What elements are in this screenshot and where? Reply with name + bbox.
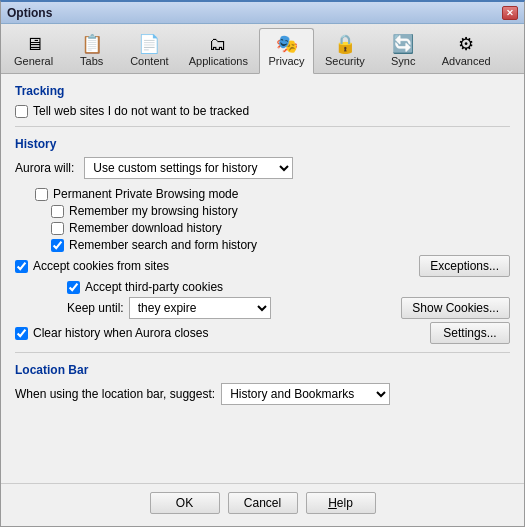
security-icon (334, 33, 356, 53)
permanent-private-row: Permanent Private Browsing mode (35, 187, 510, 201)
remember-search-label: Remember search and form history (69, 238, 257, 252)
section-divider-2 (15, 352, 510, 353)
help-label-rest: elp (337, 496, 353, 510)
main-content: Tracking Tell web sites I do not want to… (1, 74, 524, 483)
keep-until-left: Keep until: they expire I close Firefox … (67, 297, 271, 319)
tab-advanced-label: Advanced (442, 55, 491, 67)
tracking-checkbox[interactable] (15, 105, 28, 118)
clear-history-checkbox[interactable] (15, 327, 28, 340)
tab-content-label: Content (130, 55, 169, 67)
accept-cookies-row: Accept cookies from sites Exceptions... (15, 255, 510, 277)
clear-history-left: Clear history when Aurora closes (15, 326, 208, 340)
keep-until-row: Keep until: they expire I close Firefox … (15, 297, 510, 319)
location-bar-section-title: Location Bar (15, 363, 510, 377)
history-row: Aurora will: Use custom settings for his… (15, 157, 510, 179)
tab-content[interactable]: Content (121, 28, 178, 73)
exceptions-button[interactable]: Exceptions... (419, 255, 510, 277)
accept-cookies-left: Accept cookies from sites (15, 259, 169, 273)
tab-security-label: Security (325, 55, 365, 67)
footer: OK Cancel Help (1, 483, 524, 526)
permanent-private-label: Permanent Private Browsing mode (53, 187, 238, 201)
tabs-bar: General Tabs Content Applications Privac… (1, 24, 524, 74)
sync-icon (392, 33, 414, 53)
accept-cookies-label: Accept cookies from sites (33, 259, 169, 273)
tab-applications-label: Applications (189, 55, 248, 67)
tab-general-label: General (14, 55, 53, 67)
close-button[interactable]: ✕ (502, 6, 518, 20)
tracking-checkbox-row: Tell web sites I do not want to be track… (15, 104, 510, 118)
clear-history-label: Clear history when Aurora closes (33, 326, 208, 340)
content-icon (138, 33, 160, 53)
remember-search-checkbox[interactable] (51, 239, 64, 252)
aurora-will-label: Aurora will: (15, 161, 74, 175)
settings-button[interactable]: Settings... (430, 322, 510, 344)
help-button[interactable]: Help (306, 492, 376, 514)
section-divider-1 (15, 126, 510, 127)
help-icon: H (328, 496, 337, 510)
title-bar: Options ✕ (1, 2, 524, 24)
tab-advanced[interactable]: Advanced (433, 28, 500, 73)
history-select[interactable]: Use custom settings for history Remember… (84, 157, 293, 179)
tab-security[interactable]: Security (316, 28, 374, 73)
remember-download-checkbox[interactable] (51, 222, 64, 235)
tab-sync-label: Sync (391, 55, 415, 67)
remember-search-row: Remember search and form history (51, 238, 510, 252)
remember-browsing-label: Remember my browsing history (69, 204, 238, 218)
clear-history-row: Clear history when Aurora closes Setting… (15, 322, 510, 344)
keep-until-label: Keep until: (67, 301, 124, 315)
history-section-title: History (15, 137, 510, 151)
remember-browsing-checkbox[interactable] (51, 205, 64, 218)
remember-download-row: Remember download history (51, 221, 510, 235)
keep-until-select[interactable]: they expire I close Firefox ask me every… (129, 297, 271, 319)
tab-tabs[interactable]: Tabs (64, 28, 119, 73)
accept-third-party-label: Accept third-party cookies (85, 280, 223, 294)
tab-tabs-label: Tabs (80, 55, 103, 67)
applications-icon (209, 33, 227, 53)
window-title: Options (7, 6, 52, 20)
general-icon (25, 33, 43, 53)
location-bar-suggest-select[interactable]: History and Bookmarks History Bookmarks … (221, 383, 390, 405)
ok-button[interactable]: OK (150, 492, 220, 514)
tab-privacy-label: Privacy (268, 55, 304, 67)
permanent-private-checkbox[interactable] (35, 188, 48, 201)
remember-download-label: Remember download history (69, 221, 222, 235)
location-bar-when-label: When using the location bar, suggest: (15, 387, 215, 401)
tracking-section-title: Tracking (15, 84, 510, 98)
tabs-icon (81, 33, 103, 53)
cancel-button[interactable]: Cancel (228, 492, 298, 514)
accept-third-party-checkbox[interactable] (67, 281, 80, 294)
accept-third-party-row: Accept third-party cookies (67, 280, 510, 294)
tab-sync[interactable]: Sync (376, 28, 431, 73)
remember-browsing-row: Remember my browsing history (51, 204, 510, 218)
tab-general[interactable]: General (5, 28, 62, 73)
show-cookies-button[interactable]: Show Cookies... (401, 297, 510, 319)
accept-cookies-checkbox[interactable] (15, 260, 28, 273)
advanced-icon (458, 33, 474, 53)
tab-privacy[interactable]: Privacy (259, 28, 314, 74)
tracking-label: Tell web sites I do not want to be track… (33, 104, 249, 118)
tab-applications[interactable]: Applications (180, 28, 257, 73)
location-bar-row: When using the location bar, suggest: Hi… (15, 383, 510, 405)
privacy-icon (276, 33, 298, 53)
options-window: Options ✕ General Tabs Content Applicati… (0, 0, 525, 527)
